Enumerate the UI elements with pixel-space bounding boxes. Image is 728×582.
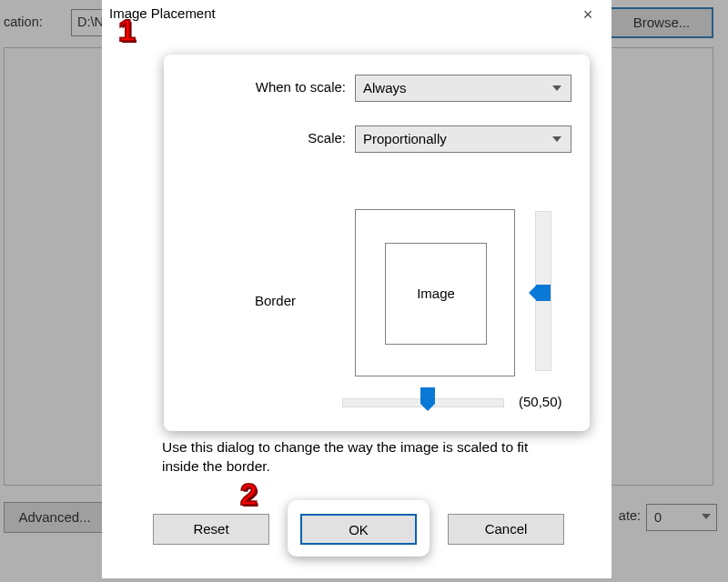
scale-value: Proportionally xyxy=(363,131,447,146)
horizontal-slider-thumb[interactable] xyxy=(420,387,435,411)
annotation-step-2: 2 xyxy=(240,477,258,512)
scale-label: Scale: xyxy=(164,130,346,146)
chevron-down-icon xyxy=(552,85,561,91)
image-placement-dialog: Image Placement × When to scale: Always … xyxy=(102,0,612,578)
cancel-button[interactable]: Cancel xyxy=(448,514,564,545)
ok-button[interactable]: OK xyxy=(300,514,417,545)
image-preview[interactable]: Image xyxy=(385,243,487,345)
dialog-help-text: Use this dialog to change the way the im… xyxy=(162,438,562,477)
border-preview: Image xyxy=(355,209,515,376)
border-label: Border xyxy=(255,293,296,308)
reset-button[interactable]: Reset xyxy=(153,514,269,545)
when-to-scale-select[interactable]: Always xyxy=(355,75,571,102)
chevron-down-icon xyxy=(552,136,561,142)
when-to-scale-value: Always xyxy=(363,80,407,95)
close-button[interactable]: × xyxy=(577,5,599,25)
dialog-content-panel: When to scale: Always Scale: Proportiona… xyxy=(164,55,590,431)
vertical-slider-thumb[interactable] xyxy=(529,285,551,301)
annotation-step-1: 1 xyxy=(118,13,136,48)
when-to-scale-label: When to scale: xyxy=(164,79,346,95)
scale-select[interactable]: Proportionally xyxy=(355,125,571,153)
position-readout: (50,50) xyxy=(519,394,562,409)
